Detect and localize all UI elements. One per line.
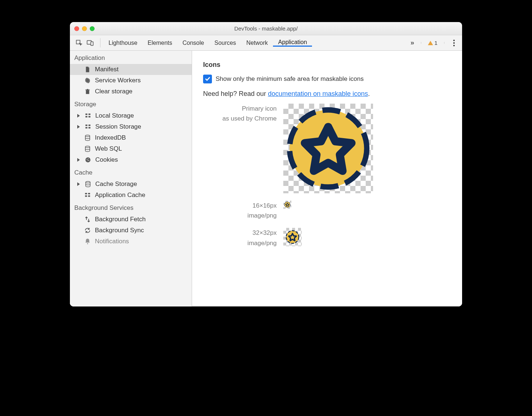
separator <box>444 42 444 44</box>
sidebar-item-local-storage[interactable]: Local Storage <box>70 110 192 121</box>
tab-sources[interactable]: Sources <box>209 39 241 47</box>
sidebar-item-label: Cookies <box>95 156 118 164</box>
sidebar-item-label: Session Storage <box>95 123 141 130</box>
toolbar: Lighthouse Elements Console Sources Netw… <box>70 35 462 51</box>
sidebar-item-label: Cache Storage <box>95 180 137 188</box>
help-suffix: . <box>368 90 370 97</box>
warning-count: 1 <box>435 40 437 46</box>
grid-icon <box>84 112 92 119</box>
safe-area-toggle-row: Show only the minimum safe area for mask… <box>203 75 451 83</box>
primary-icon-label: Primary icon as used by Chrome <box>203 104 277 123</box>
tab-application[interactable]: Application <box>273 39 312 47</box>
group-storage: Storage <box>70 97 192 110</box>
sidebar-item-label: Manifest <box>95 66 118 73</box>
panel-tabs: Lighthouse Elements Console Sources Netw… <box>103 39 409 47</box>
group-background-services: Background Services <box>70 201 192 214</box>
icon-32-preview <box>283 228 451 246</box>
traffic-lights <box>74 26 95 31</box>
chevron-right-icon <box>77 182 80 186</box>
sync-icon <box>84 227 91 234</box>
sidebar-item-label: IndexedDB <box>95 134 126 141</box>
sidebar-item-label: Local Storage <box>95 112 134 119</box>
sidebar-item-notifications[interactable]: Notifications <box>70 236 192 247</box>
separator <box>421 42 421 44</box>
settings-menu-button[interactable] <box>451 40 457 46</box>
sidebar-item-label: Notifications <box>95 238 129 245</box>
checker-bg <box>283 201 291 209</box>
chevron-right-icon <box>77 114 80 118</box>
separator <box>100 38 100 47</box>
chevron-right-icon <box>77 125 80 129</box>
sidebar: Application Manifest Service Workers Cle… <box>70 51 192 306</box>
sidebar-item-session-storage[interactable]: Session Storage <box>70 121 192 132</box>
db-icon <box>84 145 91 153</box>
sidebar-item-label: Background Fetch <box>95 216 146 223</box>
sidebar-item-indexeddb[interactable]: IndexedDB <box>70 132 192 143</box>
window-title: DevTools - maskable.app/ <box>234 25 298 32</box>
checker-bg <box>283 228 302 246</box>
group-application: Application <box>70 51 192 64</box>
grid-icon <box>84 191 91 199</box>
bell-icon <box>84 238 91 245</box>
tab-elements[interactable]: Elements <box>142 39 177 47</box>
sidebar-item-label: Background Sync <box>95 227 144 234</box>
icons-grid: Primary icon as used by Chrome 16×16px i… <box>203 104 451 248</box>
primary-icon-preview <box>283 104 451 193</box>
trash-icon <box>84 88 91 95</box>
sidebar-item-cookies[interactable]: Cookies <box>70 154 192 165</box>
sidebar-item-background-fetch[interactable]: Background Fetch <box>70 214 192 225</box>
toggle-device-icon[interactable] <box>86 39 94 47</box>
icon-16-preview <box>283 201 451 209</box>
icon-16-label: 16×16px image/png <box>203 201 277 220</box>
tab-console[interactable]: Console <box>177 39 209 47</box>
db-icon <box>84 180 92 188</box>
more-tabs-icon[interactable]: » <box>411 39 414 47</box>
sidebar-item-label: Application Cache <box>95 191 145 199</box>
sidebar-item-websql[interactable]: Web SQL <box>70 143 192 154</box>
cookie-icon <box>84 156 92 164</box>
help-text: Need help? Read our documentation on mas… <box>203 90 451 98</box>
sidebar-item-label: Clear storage <box>95 88 132 95</box>
safe-area-label: Show only the minimum safe area for mask… <box>216 75 364 83</box>
warnings-badge[interactable]: 1 <box>428 40 437 46</box>
minimize-button[interactable] <box>82 26 87 31</box>
sidebar-item-manifest[interactable]: Manifest <box>70 64 192 75</box>
checker-bg <box>283 104 373 193</box>
zoom-button[interactable] <box>90 26 95 31</box>
help-prefix: Need help? Read our <box>203 90 268 97</box>
manifest-panel: Icons Show only the minimum safe area fo… <box>192 51 462 306</box>
file-icon <box>84 66 91 73</box>
grid-icon <box>84 123 92 130</box>
sidebar-item-application-cache[interactable]: Application Cache <box>70 190 192 201</box>
sidebar-item-label: Service Workers <box>95 77 141 84</box>
fetch-icon <box>84 216 91 223</box>
db-icon <box>84 134 91 141</box>
help-link[interactable]: documentation on maskable icons <box>268 90 368 97</box>
section-heading: Icons <box>203 61 451 69</box>
chevron-right-icon <box>77 158 80 162</box>
tab-lighthouse[interactable]: Lighthouse <box>103 39 142 47</box>
devtools-window: DevTools - maskable.app/ Lighthouse Elem… <box>70 22 462 306</box>
close-button[interactable] <box>74 26 79 31</box>
titlebar: DevTools - maskable.app/ <box>70 22 462 35</box>
sidebar-item-service-workers[interactable]: Service Workers <box>70 75 192 86</box>
inspect-element-icon[interactable] <box>75 39 83 47</box>
safe-area-checkbox[interactable] <box>203 75 212 83</box>
sidebar-item-clear-storage[interactable]: Clear storage <box>70 86 192 97</box>
icon-32-label: 32×32px image/png <box>203 228 277 248</box>
sidebar-item-background-sync[interactable]: Background Sync <box>70 225 192 236</box>
group-cache: Cache <box>70 165 192 179</box>
body: Application Manifest Service Workers Cle… <box>70 51 462 306</box>
warning-icon <box>428 41 433 45</box>
sidebar-item-cache-storage[interactable]: Cache Storage <box>70 179 192 190</box>
sidebar-item-label: Web SQL <box>95 145 122 153</box>
tab-network[interactable]: Network <box>241 39 273 47</box>
gear-icon <box>84 77 91 84</box>
